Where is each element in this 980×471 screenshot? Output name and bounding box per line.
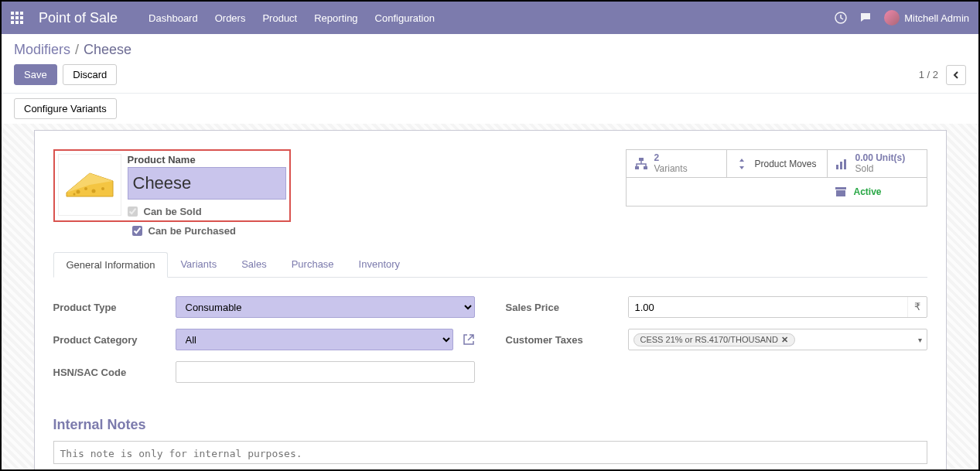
- can-be-purchased-checkbox[interactable]: [132, 226, 142, 236]
- svg-rect-7: [15, 21, 19, 24]
- svg-rect-1: [15, 12, 19, 15]
- tab-general-information[interactable]: General Information: [53, 252, 169, 278]
- tab-variants[interactable]: Variants: [168, 252, 229, 277]
- stat-variants[interactable]: 2Variants: [627, 150, 727, 178]
- svg-rect-22: [836, 190, 845, 196]
- apps-icon[interactable]: [11, 12, 23, 24]
- svg-point-10: [76, 190, 80, 194]
- form-grid: Product Type Consumable Product Category…: [53, 296, 927, 394]
- sold-value: 0.00 Unit(s): [855, 153, 906, 163]
- nav-orders[interactable]: Orders: [215, 12, 246, 24]
- tab-inventory[interactable]: Inventory: [347, 252, 412, 277]
- arrows-icon: [735, 157, 749, 171]
- breadcrumb-sep: /: [75, 42, 79, 58]
- stat-buttons: 2Variants Product Moves 0.00 Unit(s)Sold…: [626, 149, 927, 206]
- sitemap-icon: [634, 157, 648, 171]
- breadcrumb-parent[interactable]: Modifiers: [14, 42, 70, 58]
- user-name: Mitchell Admin: [904, 12, 969, 24]
- highlight-box: Product Name Can be Sold: [53, 149, 291, 222]
- svg-rect-6: [11, 21, 14, 24]
- hsn-input[interactable]: [176, 361, 475, 383]
- configure-variants-button[interactable]: Configure Variants: [14, 98, 117, 119]
- stat-sold[interactable]: 0.00 Unit(s)Sold: [828, 150, 927, 178]
- product-image[interactable]: [58, 154, 121, 216]
- svg-rect-8: [20, 21, 23, 24]
- tab-purchase[interactable]: Purchase: [279, 252, 347, 277]
- svg-rect-15: [639, 158, 644, 161]
- stat-active[interactable]: Active: [826, 178, 927, 206]
- control-panel: Modifiers / Cheese Save Discard 1 / 2: [2, 34, 978, 94]
- svg-rect-16: [635, 166, 639, 169]
- customer-taxes-field[interactable]: CESS 21% or RS.4170/THOUSAND ✕ ▾: [628, 329, 927, 350]
- active-label: Active: [854, 186, 882, 197]
- internal-notes-title: Internal Notes: [53, 417, 927, 433]
- tax-tag: CESS 21% or RS.4170/THOUSAND ✕: [633, 333, 796, 346]
- stat-product-moves[interactable]: Product Moves: [727, 150, 828, 178]
- product-moves-label: Product Moves: [755, 159, 817, 169]
- svg-point-12: [91, 189, 95, 193]
- can-be-sold-label: Can be Sold: [144, 206, 202, 217]
- svg-rect-0: [11, 12, 14, 15]
- cheese-icon: [63, 166, 117, 204]
- brand-title: Point of Sale: [39, 10, 118, 26]
- product-type-select[interactable]: Consumable: [176, 296, 475, 318]
- product-type-label: Product Type: [53, 302, 169, 313]
- currency-symbol: ₹: [907, 297, 927, 317]
- svg-rect-20: [844, 159, 846, 169]
- top-nav: Point of Sale Dashboard Orders Product R…: [2, 2, 978, 34]
- nav-menu: Dashboard Orders Product Reporting Confi…: [149, 12, 435, 24]
- content-area: Product Name Can be Sold 2Variants: [2, 124, 978, 471]
- discard-button[interactable]: Discard: [63, 64, 117, 85]
- pager-prev-button[interactable]: [946, 65, 966, 85]
- variants-label: Variants: [654, 164, 688, 174]
- nav-dashboard[interactable]: Dashboard: [149, 12, 198, 24]
- pager-text: 1 / 2: [919, 69, 938, 80]
- product-name-label: Product Name: [128, 154, 286, 166]
- svg-rect-5: [20, 16, 23, 19]
- variants-count: 2: [654, 153, 688, 163]
- svg-rect-18: [836, 165, 838, 169]
- dropdown-caret-icon[interactable]: ▾: [918, 336, 922, 344]
- external-link-icon[interactable]: [463, 333, 475, 346]
- nav-right: Mitchell Admin: [835, 10, 969, 26]
- chat-icon[interactable]: [859, 12, 872, 24]
- tab-sales[interactable]: Sales: [229, 252, 279, 277]
- internal-notes-textarea[interactable]: [53, 441, 927, 464]
- nav-reporting[interactable]: Reporting: [314, 12, 357, 24]
- pager: 1 / 2: [919, 65, 966, 85]
- archive-icon: [834, 185, 848, 199]
- avatar: [884, 10, 900, 26]
- product-category-label: Product Category: [53, 334, 169, 346]
- nav-configuration[interactable]: Configuration: [375, 12, 435, 24]
- secondary-toolbar: Configure Variants: [2, 94, 978, 124]
- svg-rect-3: [11, 16, 14, 19]
- save-button[interactable]: Save: [14, 64, 57, 85]
- sales-price-input[interactable]: [629, 297, 907, 317]
- svg-rect-4: [15, 16, 19, 19]
- hsn-label: HSN/SAC Code: [53, 367, 169, 378]
- user-menu[interactable]: Mitchell Admin: [884, 10, 969, 26]
- svg-point-14: [73, 193, 75, 196]
- form-sheet: Product Name Can be Sold 2Variants: [34, 130, 947, 470]
- breadcrumb-current: Cheese: [84, 42, 131, 58]
- sales-price-field: ₹: [628, 296, 927, 318]
- can-be-purchased-label: Can be Purchased: [149, 225, 236, 237]
- customer-taxes-label: Customer Taxes: [506, 334, 622, 346]
- breadcrumb: Modifiers / Cheese: [14, 42, 966, 58]
- tax-tag-text: CESS 21% or RS.4170/THOUSAND: [640, 335, 779, 344]
- can-be-sold-checkbox[interactable]: [128, 206, 138, 217]
- tag-remove-icon[interactable]: ✕: [781, 335, 788, 345]
- nav-product[interactable]: Product: [262, 12, 297, 24]
- svg-rect-17: [644, 166, 647, 169]
- tabs: General Information Variants Sales Purch…: [53, 252, 927, 278]
- product-name-input[interactable]: [128, 167, 286, 200]
- sales-price-label: Sales Price: [506, 302, 622, 313]
- bars-icon: [835, 157, 849, 171]
- sold-label: Sold: [855, 164, 906, 174]
- clock-icon[interactable]: [835, 12, 847, 24]
- svg-point-11: [84, 187, 87, 190]
- product-category-select[interactable]: All: [176, 329, 453, 350]
- svg-rect-19: [840, 162, 842, 169]
- svg-rect-21: [835, 187, 846, 189]
- input-bg-extension: [290, 176, 361, 208]
